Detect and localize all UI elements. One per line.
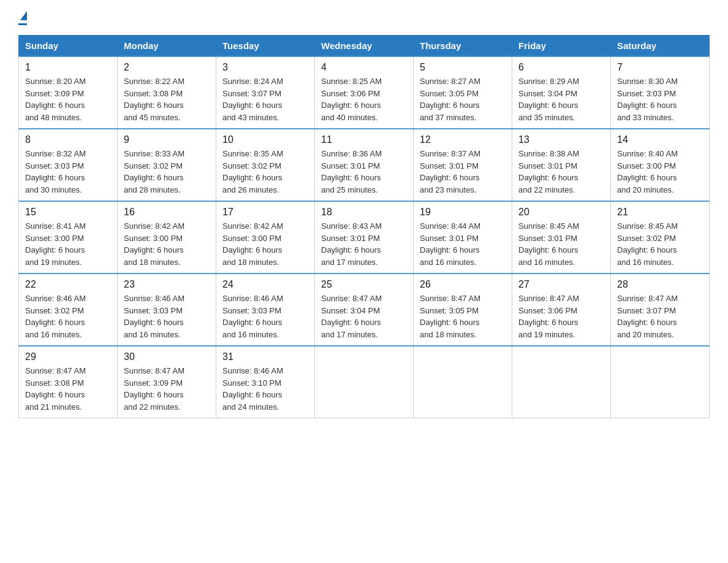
day-number: 8 xyxy=(25,134,111,145)
calendar-cell: 26Sunrise: 8:47 AMSunset: 3:05 PMDayligh… xyxy=(414,274,512,346)
calendar-cell: 22Sunrise: 8:46 AMSunset: 3:02 PMDayligh… xyxy=(19,274,118,346)
day-number: 18 xyxy=(321,207,407,218)
week-row-4: 22Sunrise: 8:46 AMSunset: 3:02 PMDayligh… xyxy=(19,274,710,346)
day-info: Sunrise: 8:43 AMSunset: 3:01 PMDaylight:… xyxy=(321,221,382,267)
day-info: Sunrise: 8:30 AMSunset: 3:03 PMDaylight:… xyxy=(617,77,678,122)
col-header-wednesday: Wednesday xyxy=(315,36,414,57)
calendar-cell: 31Sunrise: 8:46 AMSunset: 3:10 PMDayligh… xyxy=(216,346,315,418)
day-number: 27 xyxy=(518,279,604,290)
calendar-cell: 30Sunrise: 8:47 AMSunset: 3:09 PMDayligh… xyxy=(118,346,216,418)
day-info: Sunrise: 8:32 AMSunset: 3:03 PMDaylight:… xyxy=(25,149,86,194)
calendar-cell: 21Sunrise: 8:45 AMSunset: 3:02 PMDayligh… xyxy=(611,201,710,274)
day-info: Sunrise: 8:37 AMSunset: 3:01 PMDaylight:… xyxy=(420,149,480,194)
col-header-sunday: Sunday xyxy=(19,36,118,57)
day-number: 19 xyxy=(420,207,506,218)
day-number: 28 xyxy=(617,279,703,290)
day-info: Sunrise: 8:24 AMSunset: 3:07 PMDaylight:… xyxy=(222,77,283,122)
day-number: 6 xyxy=(518,62,604,73)
day-info: Sunrise: 8:27 AMSunset: 3:05 PMDaylight:… xyxy=(420,77,480,122)
day-number: 13 xyxy=(518,134,604,145)
calendar-cell: 3Sunrise: 8:24 AMSunset: 3:07 PMDaylight… xyxy=(216,56,315,129)
day-info: Sunrise: 8:45 AMSunset: 3:01 PMDaylight:… xyxy=(518,221,579,267)
day-info: Sunrise: 8:47 AMSunset: 3:08 PMDaylight:… xyxy=(25,366,86,412)
day-info: Sunrise: 8:25 AMSunset: 3:06 PMDaylight:… xyxy=(321,77,382,122)
day-info: Sunrise: 8:36 AMSunset: 3:01 PMDaylight:… xyxy=(321,149,382,194)
day-number: 26 xyxy=(420,279,506,290)
calendar-cell: 18Sunrise: 8:43 AMSunset: 3:01 PMDayligh… xyxy=(315,201,414,274)
day-info: Sunrise: 8:47 AMSunset: 3:06 PMDaylight:… xyxy=(518,294,579,339)
logo xyxy=(18,12,27,25)
day-info: Sunrise: 8:47 AMSunset: 3:09 PMDaylight:… xyxy=(124,366,184,412)
day-number: 11 xyxy=(321,134,407,145)
col-header-monday: Monday xyxy=(118,36,216,57)
calendar-cell: 5Sunrise: 8:27 AMSunset: 3:05 PMDaylight… xyxy=(414,56,512,129)
calendar-cell: 16Sunrise: 8:42 AMSunset: 3:00 PMDayligh… xyxy=(118,201,216,274)
day-number: 1 xyxy=(25,62,111,73)
calendar-cell: 9Sunrise: 8:33 AMSunset: 3:02 PMDaylight… xyxy=(118,129,216,201)
day-number: 14 xyxy=(617,134,703,145)
calendar-cell: 24Sunrise: 8:46 AMSunset: 3:03 PMDayligh… xyxy=(216,274,315,346)
day-number: 31 xyxy=(222,351,308,362)
day-number: 4 xyxy=(321,62,407,73)
week-row-1: 1Sunrise: 8:20 AMSunset: 3:09 PMDaylight… xyxy=(19,56,710,129)
calendar-cell: 14Sunrise: 8:40 AMSunset: 3:00 PMDayligh… xyxy=(611,129,710,201)
calendar-cell: 23Sunrise: 8:46 AMSunset: 3:03 PMDayligh… xyxy=(118,274,216,346)
day-number: 9 xyxy=(124,134,210,145)
day-info: Sunrise: 8:46 AMSunset: 3:10 PMDaylight:… xyxy=(222,366,283,412)
calendar-cell: 19Sunrise: 8:44 AMSunset: 3:01 PMDayligh… xyxy=(414,201,512,274)
calendar-table: SundayMondayTuesdayWednesdayThursdayFrid… xyxy=(18,35,710,418)
day-info: Sunrise: 8:47 AMSunset: 3:04 PMDaylight:… xyxy=(321,294,382,339)
week-row-2: 8Sunrise: 8:32 AMSunset: 3:03 PMDaylight… xyxy=(19,129,710,201)
calendar-cell: 13Sunrise: 8:38 AMSunset: 3:01 PMDayligh… xyxy=(512,129,611,201)
day-info: Sunrise: 8:44 AMSunset: 3:01 PMDaylight:… xyxy=(420,221,480,267)
calendar-cell: 6Sunrise: 8:29 AMSunset: 3:04 PMDaylight… xyxy=(512,56,611,129)
day-number: 24 xyxy=(222,279,308,290)
col-header-saturday: Saturday xyxy=(611,36,710,57)
day-number: 23 xyxy=(124,279,210,290)
calendar-cell xyxy=(414,346,512,418)
day-number: 16 xyxy=(124,207,210,218)
calendar-cell: 12Sunrise: 8:37 AMSunset: 3:01 PMDayligh… xyxy=(414,129,512,201)
calendar-cell: 29Sunrise: 8:47 AMSunset: 3:08 PMDayligh… xyxy=(19,346,118,418)
day-number: 2 xyxy=(124,62,210,73)
day-number: 25 xyxy=(321,279,407,290)
day-number: 22 xyxy=(25,279,111,290)
calendar-cell: 25Sunrise: 8:47 AMSunset: 3:04 PMDayligh… xyxy=(315,274,414,346)
col-header-friday: Friday xyxy=(512,36,611,57)
day-info: Sunrise: 8:42 AMSunset: 3:00 PMDaylight:… xyxy=(222,221,283,267)
day-number: 29 xyxy=(25,351,111,362)
page-header xyxy=(18,12,710,25)
day-info: Sunrise: 8:20 AMSunset: 3:09 PMDaylight:… xyxy=(25,77,86,122)
day-info: Sunrise: 8:38 AMSunset: 3:01 PMDaylight:… xyxy=(518,149,579,194)
calendar-cell: 7Sunrise: 8:30 AMSunset: 3:03 PMDaylight… xyxy=(611,56,710,129)
day-number: 15 xyxy=(25,207,111,218)
calendar-cell: 27Sunrise: 8:47 AMSunset: 3:06 PMDayligh… xyxy=(512,274,611,346)
day-number: 7 xyxy=(617,62,703,73)
day-info: Sunrise: 8:35 AMSunset: 3:02 PMDaylight:… xyxy=(222,149,283,194)
day-info: Sunrise: 8:40 AMSunset: 3:00 PMDaylight:… xyxy=(617,149,678,194)
week-row-5: 29Sunrise: 8:47 AMSunset: 3:08 PMDayligh… xyxy=(19,346,710,418)
day-info: Sunrise: 8:47 AMSunset: 3:07 PMDaylight:… xyxy=(617,294,678,339)
calendar-cell: 17Sunrise: 8:42 AMSunset: 3:00 PMDayligh… xyxy=(216,201,315,274)
day-info: Sunrise: 8:33 AMSunset: 3:02 PMDaylight:… xyxy=(124,149,184,194)
day-number: 17 xyxy=(222,207,308,218)
day-info: Sunrise: 8:41 AMSunset: 3:00 PMDaylight:… xyxy=(25,221,86,267)
day-info: Sunrise: 8:45 AMSunset: 3:02 PMDaylight:… xyxy=(617,221,678,267)
day-number: 5 xyxy=(420,62,506,73)
calendar-cell: 4Sunrise: 8:25 AMSunset: 3:06 PMDaylight… xyxy=(315,56,414,129)
day-number: 3 xyxy=(222,62,308,73)
day-number: 30 xyxy=(124,351,210,362)
calendar-cell: 11Sunrise: 8:36 AMSunset: 3:01 PMDayligh… xyxy=(315,129,414,201)
calendar-cell: 20Sunrise: 8:45 AMSunset: 3:01 PMDayligh… xyxy=(512,201,611,274)
day-number: 12 xyxy=(420,134,506,145)
logo-underline xyxy=(18,23,27,25)
day-number: 21 xyxy=(617,207,703,218)
calendar-cell: 1Sunrise: 8:20 AMSunset: 3:09 PMDaylight… xyxy=(19,56,118,129)
day-number: 20 xyxy=(518,207,604,218)
col-header-thursday: Thursday xyxy=(414,36,512,57)
logo-triangle-icon xyxy=(20,11,27,20)
col-header-tuesday: Tuesday xyxy=(216,36,315,57)
day-info: Sunrise: 8:47 AMSunset: 3:05 PMDaylight:… xyxy=(420,294,480,339)
day-info: Sunrise: 8:42 AMSunset: 3:00 PMDaylight:… xyxy=(124,221,184,267)
day-info: Sunrise: 8:46 AMSunset: 3:02 PMDaylight:… xyxy=(25,294,86,339)
